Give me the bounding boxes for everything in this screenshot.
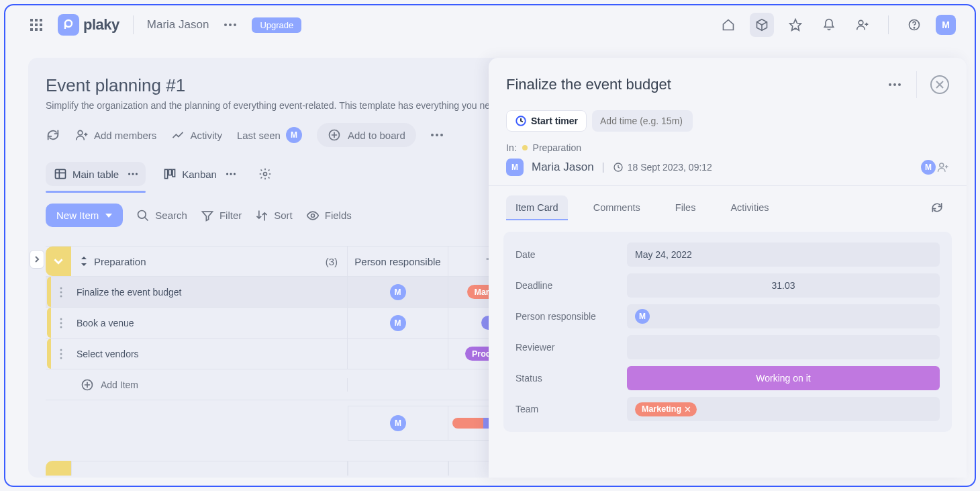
plus-circle-icon: [81, 378, 94, 392]
filter-button[interactable]: Filter: [201, 209, 242, 222]
row-drag-icon[interactable]: [51, 277, 71, 307]
add-to-board-button[interactable]: Add to board: [317, 123, 416, 147]
svg-rect-28: [173, 169, 175, 177]
panel-more-icon[interactable]: [883, 73, 907, 97]
cell-title[interactable]: Book a venue: [71, 308, 348, 338]
svg-rect-8: [40, 28, 42, 31]
field-date-value[interactable]: May 24, 2022: [627, 242, 940, 267]
add-assignee-icon[interactable]: [937, 161, 949, 173]
view-settings-icon[interactable]: [253, 162, 277, 186]
view-kanban[interactable]: Kanban: [155, 162, 244, 186]
add-time-input[interactable]: [592, 110, 693, 132]
view-main-table[interactable]: Main table: [46, 162, 146, 186]
svg-point-12: [234, 24, 236, 26]
cell-person[interactable]: M: [348, 308, 448, 338]
person-avatar: M: [390, 284, 406, 300]
last-seen-button[interactable]: Last seen M: [237, 127, 302, 143]
close-icon[interactable]: [930, 75, 949, 94]
workspace-name[interactable]: Maria Jason: [147, 18, 209, 32]
svg-point-16: [914, 28, 914, 28]
search-button[interactable]: Search: [136, 209, 187, 222]
panel-tabs: Item Card Comments Files Activities: [489, 186, 967, 220]
svg-point-17: [78, 130, 83, 135]
svg-rect-4: [35, 24, 38, 26]
panel-sync-icon[interactable]: [925, 195, 949, 220]
field-deadline-value[interactable]: 31.03: [627, 273, 940, 298]
svg-point-40: [60, 326, 62, 328]
field-status-value[interactable]: Working on it: [627, 366, 940, 390]
activity-button[interactable]: Activity: [171, 128, 222, 142]
tab-comments[interactable]: Comments: [584, 195, 650, 220]
item-card: Date May 24, 2022 Deadline 31.03 Person …: [503, 232, 952, 432]
start-timer-button[interactable]: Start timer: [506, 110, 587, 132]
svg-point-50: [940, 163, 944, 167]
add-to-board-label: Add to board: [348, 130, 405, 141]
panel-meta-row: M Maria Jason | 18 Sept 2023, 09:12 M: [489, 153, 967, 186]
field-person-label: Person responsible: [516, 311, 616, 322]
created-time: 18 Sept 2023, 09:12: [613, 162, 712, 173]
logo[interactable]: plaky: [58, 14, 119, 36]
upgrade-button[interactable]: Upgrade: [252, 17, 301, 33]
item-panel: Finalize the event budget Start timer In…: [489, 58, 967, 478]
tab-files[interactable]: Files: [666, 195, 705, 220]
tab-item-card[interactable]: Item Card: [506, 195, 568, 220]
tab-activities[interactable]: Activities: [721, 195, 778, 220]
bell-icon[interactable]: [817, 13, 841, 37]
svg-point-39: [60, 322, 62, 324]
cell-person[interactable]: M: [348, 277, 448, 307]
collapse-sidebar-icon[interactable]: [30, 250, 44, 269]
last-seen-avatar: M: [286, 127, 302, 143]
more-icon[interactable]: [218, 13, 242, 37]
new-item-button[interactable]: New Item: [46, 204, 123, 227]
field-team-value[interactable]: Marketing✕: [627, 397, 940, 421]
svg-point-24: [132, 173, 134, 175]
cell-person[interactable]: [348, 339, 448, 369]
help-icon[interactable]: [902, 13, 926, 37]
fields-button[interactable]: Fields: [306, 209, 352, 222]
svg-rect-5: [40, 24, 42, 26]
star-icon[interactable]: [783, 13, 807, 37]
field-person-value[interactable]: M: [627, 304, 940, 328]
svg-point-47: [898, 83, 901, 86]
add-members-button[interactable]: Add members: [75, 128, 156, 142]
group-collapse-icon[interactable]: [46, 247, 71, 276]
remove-tag-icon[interactable]: ✕: [684, 404, 691, 414]
field-deadline-label: Deadline: [516, 280, 616, 291]
svg-point-45: [889, 83, 891, 86]
column-person[interactable]: Person responsible: [348, 247, 448, 276]
filter-label: Filter: [219, 210, 242, 221]
board-more-icon[interactable]: [431, 134, 443, 136]
svg-point-42: [60, 353, 62, 355]
svg-point-11: [229, 24, 232, 26]
sort-button[interactable]: Sort: [255, 209, 293, 222]
group-count: (3): [326, 256, 338, 267]
svg-rect-26: [165, 169, 168, 178]
field-reviewer-value[interactable]: [627, 335, 940, 359]
column-title[interactable]: Preparation (3): [71, 247, 348, 276]
package-icon[interactable]: [750, 13, 774, 37]
user-avatar[interactable]: M: [936, 15, 956, 35]
cell-title[interactable]: Finalize the event budget: [71, 277, 348, 307]
separator: [133, 15, 134, 34]
svg-point-41: [60, 349, 62, 351]
person-avatar: M: [635, 309, 650, 324]
cell-title[interactable]: Select vendors: [71, 339, 348, 369]
owner-name[interactable]: Maria Jason: [532, 161, 594, 174]
svg-point-10: [224, 24, 227, 26]
apps-grid-icon[interactable]: [24, 13, 48, 37]
svg-point-21: [440, 134, 443, 136]
owner-avatar[interactable]: M: [506, 159, 524, 176]
svg-rect-7: [35, 28, 38, 31]
summary-person[interactable]: M: [348, 406, 448, 441]
home-icon[interactable]: [716, 13, 740, 37]
panel-title[interactable]: Finalize the event budget: [506, 76, 883, 93]
svg-point-19: [431, 134, 434, 136]
add-user-icon[interactable]: [850, 13, 875, 37]
assignee-avatar[interactable]: M: [921, 160, 936, 175]
separator: [888, 15, 889, 34]
row-drag-icon[interactable]: [51, 308, 71, 338]
sync-icon[interactable]: [46, 128, 60, 142]
row-drag-icon[interactable]: [51, 339, 71, 369]
in-group[interactable]: Preparation: [533, 142, 581, 153]
sort-label: Sort: [274, 210, 293, 221]
